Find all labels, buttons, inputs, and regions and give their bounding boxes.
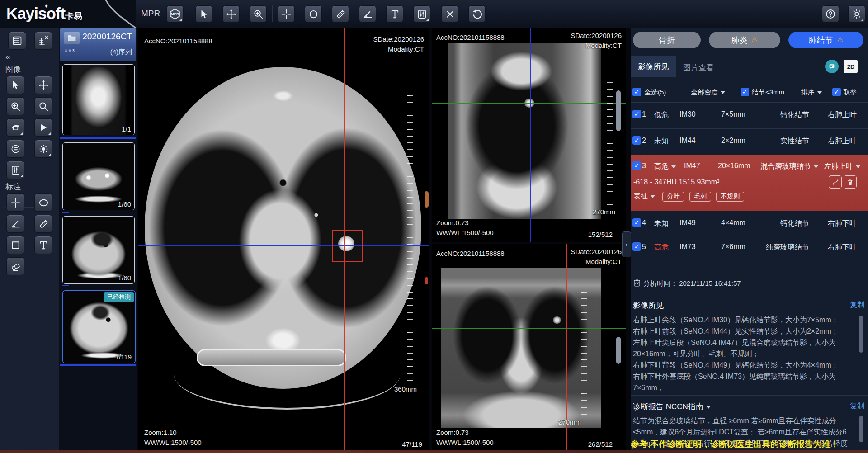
text-tool-button[interactable] <box>386 5 403 23</box>
module-tab-fracture[interactable]: 骨折 <box>633 32 701 48</box>
delete-nodule-button[interactable] <box>844 175 857 189</box>
module-tab-pneumonia[interactable]: 肺炎 ⚠ <box>709 32 780 48</box>
module-tab-lung-nodule[interactable]: 肺结节 ⚠ <box>788 32 863 48</box>
rail-marker-button[interactable] <box>6 193 24 212</box>
series-divider-dash <box>62 285 69 286</box>
delete-x-icon <box>445 9 455 19</box>
nodule-row-2[interactable]: 2 未知 IM44 2×2mm 实性结节 右肺上叶 <box>631 129 868 153</box>
ellipse-tool-button[interactable] <box>305 5 322 23</box>
angle-icon <box>363 9 373 19</box>
folder-button[interactable] <box>64 32 80 44</box>
axial-scrollbar-thumb[interactable] <box>425 191 429 208</box>
density-filter-dropdown[interactable]: 全部密度 <box>691 88 725 97</box>
rail-eraser-button[interactable] <box>6 257 24 275</box>
rail-ellipse-button[interactable] <box>34 193 52 212</box>
coronal-viewport[interactable]: AccNO:202101158888 SDate:20200126 Modali… <box>432 244 626 451</box>
findings-scrollbar[interactable] <box>859 316 863 353</box>
ellipse-tool-icon <box>38 198 49 208</box>
sagittal-viewport[interactable]: AccNO:202101158888 SDate:20200126 Modali… <box>432 28 626 242</box>
rail-select-button[interactable] <box>6 76 24 94</box>
nodule-row-3-selected[interactable]: 3 高危 IM47 20×16mm 混合磨玻璃结节 左肺上叶 -618 - 34… <box>631 155 868 211</box>
nodule-checkbox[interactable] <box>632 242 641 251</box>
axial-accno: AccNO:202101158888 <box>144 37 212 45</box>
nodule-roi-box[interactable] <box>332 230 363 262</box>
rail-ruler-button[interactable] <box>34 215 52 233</box>
rail-rotate-button[interactable] <box>6 118 24 137</box>
series-thumbnail-4-selected[interactable]: 已经检测 1/119 <box>62 290 136 363</box>
nodule-checkbox[interactable] <box>632 218 641 227</box>
nodule-checkbox[interactable] <box>632 161 641 170</box>
rail-zoom-button[interactable] <box>6 97 24 115</box>
report-copy-button[interactable]: 复制 <box>850 401 864 411</box>
help-button[interactable] <box>822 5 839 23</box>
tab-image-view[interactable]: 图片查看 <box>683 62 714 73</box>
coronal-scrollbar-thumb[interactable] <box>616 337 621 364</box>
chevron-down-icon <box>814 165 818 168</box>
nodule-checkbox[interactable] <box>632 110 641 118</box>
list-divider <box>631 102 868 103</box>
rail-invert-button[interactable] <box>6 140 24 158</box>
sign-tag[interactable]: 毛刺 <box>689 192 711 202</box>
signs-dropdown[interactable]: 表征 <box>633 192 655 200</box>
delete-annotation-button[interactable] <box>441 5 458 23</box>
collapse-rail-button[interactable]: « <box>5 52 10 62</box>
angle-tool-button[interactable] <box>359 5 376 23</box>
crosshair-tool-button[interactable] <box>278 5 295 23</box>
view-2d-button[interactable]: 2D <box>844 60 858 73</box>
nodule-checkbox[interactable] <box>632 136 641 145</box>
reset-rotate-button[interactable] <box>468 5 486 23</box>
series-thumbnail-2[interactable]: 1/60 <box>62 142 135 210</box>
tab-image-findings[interactable]: 影像所见 <box>631 56 676 77</box>
nodule-type-dropdown[interactable]: 混合磨玻璃结节 <box>760 162 818 171</box>
sort-dropdown[interactable]: 排序 <box>801 88 822 97</box>
small-nodule-label[interactable]: 结节<3mm <box>752 88 784 97</box>
series-header[interactable]: 20200126CT *** (4)序列 <box>60 28 136 61</box>
select-all-checkbox[interactable] <box>632 88 641 96</box>
findings-copy-button[interactable]: 复制 <box>850 300 864 310</box>
nodule-row-4[interactable]: 4 未知 IM49 4×4mm 钙化结节 右肺下叶 <box>631 212 868 235</box>
mpr-icon: MPR <box>169 8 181 20</box>
follow-up-button[interactable] <box>829 175 842 189</box>
mpr-button[interactable]: MPR <box>166 5 184 23</box>
nodule-row-1[interactable]: 1 低危 IM30 7×5mm 钙化结节 右肺上叶 <box>631 103 868 127</box>
findings-body[interactable]: 右肺上叶尖段（SeNO.4 IM30）见钙化结节影，大小为7×5mm； 右肺上叶… <box>633 314 849 392</box>
round-label[interactable]: 取整 <box>843 88 857 97</box>
sign-tag[interactable]: 分叶 <box>662 192 684 202</box>
zoom-tool-button[interactable] <box>250 5 267 23</box>
sign-tag[interactable]: 不规则 <box>716 192 744 202</box>
nodule-type: 钙化结节 <box>744 110 809 120</box>
rail-window-level-button[interactable] <box>6 161 24 179</box>
close-layout-button[interactable] <box>34 32 52 50</box>
rail-angle-button[interactable] <box>6 215 24 233</box>
settings-button[interactable] <box>848 5 865 23</box>
series-thumbnail-1[interactable]: 1/1 <box>62 64 135 135</box>
rail-rect-button[interactable] <box>6 236 24 254</box>
rail-pan-button[interactable] <box>34 76 52 94</box>
sagittal-scrollbar-thumb[interactable] <box>616 90 621 131</box>
pan-icon <box>38 80 49 90</box>
pan-tool-button[interactable] <box>222 5 240 23</box>
warning-icon: ⚠ <box>836 35 843 45</box>
rail-text-button[interactable] <box>34 236 52 254</box>
brand-text: Kayisoft <box>6 5 65 22</box>
ruler-tool-button[interactable] <box>332 5 349 23</box>
axial-viewport[interactable]: AccNO:202101158888 SDate:20200126 Modali… <box>138 28 429 453</box>
round-checkbox[interactable] <box>832 88 841 96</box>
series-thumbnail-3[interactable]: 1/60 <box>62 216 135 284</box>
series-list-button[interactable] <box>8 32 26 50</box>
select-all-label[interactable]: 全选(5) <box>644 88 666 97</box>
window-level-button[interactable] <box>413 5 430 23</box>
select-tool-button[interactable] <box>195 5 212 23</box>
nodule-lobe-dropdown[interactable]: 左肺上叶 <box>824 162 860 171</box>
rail-magnify-button[interactable] <box>34 97 52 115</box>
report-feedback-button[interactable] <box>825 60 839 73</box>
analysis-time: 分析时间： 2021/11/15 16:41:57 <box>643 279 741 288</box>
sagittal-zoom-label: Zoom:0.73 <box>436 219 469 226</box>
nodule-row-5[interactable]: 5 高危 IM73 7×6mm 纯磨玻璃结节 右肺下叶 <box>631 236 868 259</box>
toolbar-divider <box>436 5 436 22</box>
panel-expand-handle[interactable]: › <box>622 231 631 257</box>
rail-brightness-button[interactable] <box>34 140 52 158</box>
nodule-risk-dropdown[interactable]: 高危 <box>654 162 676 171</box>
small-nodule-checkbox[interactable] <box>741 88 749 96</box>
rail-cine-button[interactable] <box>34 118 52 137</box>
